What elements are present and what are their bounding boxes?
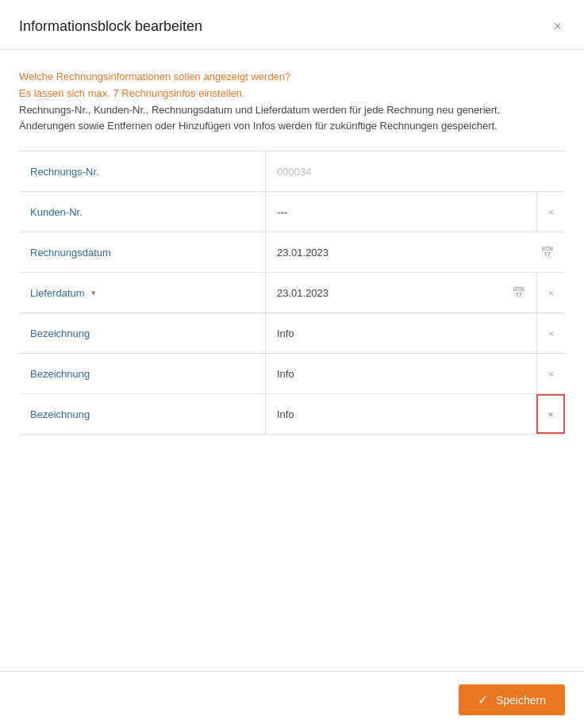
- save-label: Speichern: [496, 694, 546, 707]
- label-cell: Bezeichnung: [19, 358, 265, 389]
- label-cell: Rechnungs-Nr.: [19, 156, 265, 187]
- save-button[interactable]: ✓ Speichern: [459, 684, 565, 715]
- info-line3: Rechnungs-Nr., Kunden-Nr., Rechnungsdatu…: [19, 104, 500, 116]
- field-value: 23.01.2023: [277, 287, 328, 299]
- field-label: Kunden-Nr.: [30, 206, 83, 218]
- field-value: Info: [277, 328, 294, 339]
- info-line4: Änderungen sowie Entfernen oder Hinzufüg…: [19, 120, 498, 132]
- field-label: Rechnungs-Nr.: [30, 166, 99, 178]
- value-cell: 23.01.2023📅: [266, 236, 565, 268]
- form-row: BezeichnungInfo×: [19, 313, 565, 354]
- field-label: Rechnungsdatum: [30, 247, 111, 259]
- field-value: Info: [277, 408, 294, 420]
- close-button[interactable]: ×: [550, 16, 565, 36]
- label-cell[interactable]: Lieferdatum▾: [19, 278, 265, 308]
- dialog-header: Informationsblock bearbeiten ×: [0, 0, 584, 50]
- dialog-footer: ✓ Speichern: [0, 671, 584, 728]
- remove-button[interactable]: ×: [536, 394, 565, 434]
- field-value: Info: [277, 368, 294, 380]
- dialog-title: Informationsblock bearbeiten: [19, 18, 202, 35]
- value-cell: 23.01.2023📅: [266, 277, 536, 308]
- remove-button[interactable]: ×: [536, 273, 565, 312]
- dialog-body: Welche Rechnungsinformationen sollen ang…: [0, 50, 584, 671]
- form-row: Rechnungs-Nr.000034: [19, 151, 565, 192]
- form-rows: Rechnungs-Nr.000034Kunden-Nr.---×Rechnun…: [19, 151, 565, 435]
- remove-button[interactable]: ×: [536, 354, 565, 393]
- check-icon: ✓: [478, 692, 488, 707]
- form-row: Rechnungsdatum23.01.2023📅: [19, 232, 565, 273]
- calendar-icon[interactable]: 📅: [540, 246, 554, 259]
- form-row: Lieferdatum▾23.01.2023📅×: [19, 273, 565, 313]
- field-label: Bezeichnung: [30, 408, 90, 420]
- field-value: 000034: [277, 166, 311, 178]
- value-cell: Info: [266, 399, 536, 430]
- info-text-block: Welche Rechnungsinformationen sollen ang…: [19, 69, 565, 135]
- value-cell: Info: [266, 318, 536, 349]
- calendar-icon[interactable]: 📅: [512, 286, 525, 299]
- label-cell: Bezeichnung: [19, 318, 265, 349]
- form-row: BezeichnungInfo×: [19, 394, 565, 435]
- info-line1: Welche Rechnungsinformationen sollen ang…: [19, 71, 290, 82]
- form-row: BezeichnungInfo×: [19, 354, 565, 394]
- info-line2: Es lassen sich max. 7 Rechnungsinfos ein…: [19, 87, 245, 99]
- chevron-down-icon: ▾: [91, 288, 96, 298]
- remove-button[interactable]: ×: [536, 192, 565, 232]
- label-cell: Kunden-Nr.: [19, 197, 265, 228]
- field-label: Lieferdatum: [30, 287, 85, 299]
- field-label: Bezeichnung: [30, 368, 90, 380]
- value-cell: Info: [266, 358, 536, 389]
- value-cell: 000034: [266, 156, 565, 187]
- value-cell: ---: [266, 197, 536, 228]
- remove-button[interactable]: ×: [536, 313, 565, 353]
- label-cell: Rechnungsdatum: [19, 237, 265, 268]
- dialog: Informationsblock bearbeiten × Welche Re…: [0, 0, 584, 728]
- field-value: ---: [277, 206, 287, 218]
- label-cell: Bezeichnung: [19, 399, 265, 430]
- field-value: 23.01.2023: [277, 247, 328, 259]
- field-label: Bezeichnung: [30, 328, 90, 339]
- form-row: Kunden-Nr.---×: [19, 192, 565, 232]
